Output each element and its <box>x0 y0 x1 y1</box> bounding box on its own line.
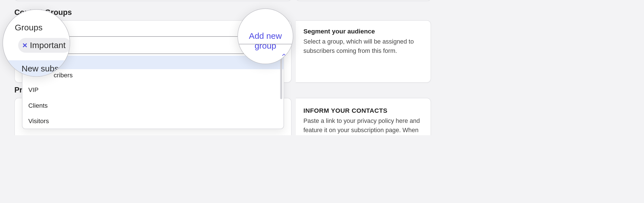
help-inform-body: Paste a link to your privacy policy here… <box>303 116 423 135</box>
dropdown-item-peek-suffix[interactable]: cribers <box>54 71 73 79</box>
prev-help-card-edge <box>296 0 431 1</box>
dropdown-item[interactable]: Visitors <box>23 113 284 129</box>
chip-remove-icon[interactable]: × <box>23 40 28 50</box>
magnifier-bubble-right: Add new group <box>237 8 293 64</box>
help-inform-title: INFORM YOUR CONTACTS <box>303 107 423 114</box>
privacy-help-card: INFORM YOUR CONTACTS Paste a link to you… <box>296 98 431 135</box>
dropdown-item[interactable]: Clients <box>23 98 284 113</box>
magnifier-bubble-left: Groups × Important New subs <box>3 9 70 77</box>
groups-field-label: Groups <box>15 23 43 33</box>
select-border-segment <box>238 44 293 44</box>
dropdown-scrollbar[interactable] <box>280 57 283 99</box>
help-segment-body: Select a group, which will be assigned t… <box>303 37 423 55</box>
add-new-group-link[interactable]: Add new group <box>238 31 293 51</box>
group-chip-label: Important <box>30 40 66 50</box>
prev-section-card-edge <box>14 0 292 1</box>
group-chip-important[interactable]: × Important <box>18 38 70 53</box>
contact-groups-help-card: Segment your audience Select a group, wh… <box>296 20 431 83</box>
dropdown-highlight-label: New subs <box>22 64 59 74</box>
help-segment-title: Segment your audience <box>303 28 423 35</box>
dropdown-item[interactable]: VIP <box>23 82 284 98</box>
